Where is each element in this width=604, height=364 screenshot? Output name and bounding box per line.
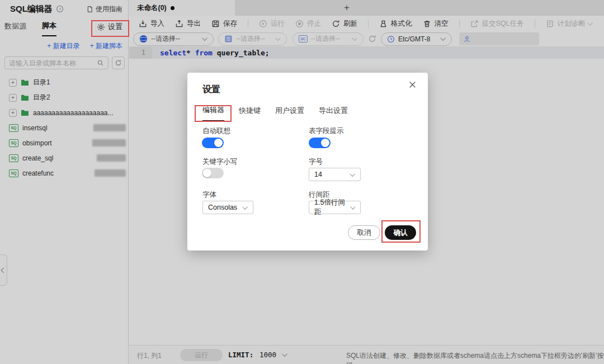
chevron-down-icon [350,204,355,209]
chevron-down-icon [242,204,248,210]
settings-modal: 设置 编辑器 快捷键 用户设置 导出设置 自动联想 表字段提示 关键字小写 字号… [187,73,428,250]
confirm-button[interactable]: 确认 [385,225,416,240]
font-size-label: 字号 [309,157,323,167]
close-icon[interactable] [408,81,417,89]
auto-suggest-toggle[interactable] [202,138,224,148]
font-size-select[interactable]: 14 [309,168,361,181]
toggle-knob [321,139,329,147]
sql-editor-app: SQL编辑器 ? 使用指南 数据源 脚本 设置 [0,0,604,364]
line-height-value: 1.5倍行间距 [314,198,348,217]
font-select[interactable]: Consolas [202,201,253,214]
toggle-knob [203,169,211,177]
modal-tab-shortcuts[interactable]: 快捷键 [239,105,261,121]
modal-tab-export-settings[interactable]: 导出设置 [319,105,348,121]
modal-tab-editor[interactable]: 编辑器 [202,105,224,121]
modal-title: 设置 [202,84,220,96]
cancel-button[interactable]: 取消 [348,225,380,240]
table-hint-label: 表字段提示 [309,126,344,136]
chevron-down-icon [350,171,355,177]
modal-tab-user-settings[interactable]: 用户设置 [275,105,304,121]
line-height-select[interactable]: 1.5倍行间距 [309,201,361,214]
font-value: Consolas [208,204,237,211]
keyword-lowercase-label: 关键字小写 [202,157,238,167]
table-hint-toggle[interactable] [309,138,331,148]
modal-tabs: 编辑器 快捷键 用户设置 导出设置 [202,105,348,121]
keyword-lowercase-toggle[interactable] [202,168,224,178]
toggle-knob [214,139,223,147]
auto-suggest-label: 自动联想 [202,126,230,136]
font-size-value: 14 [314,171,322,178]
font-label: 字体 [202,190,216,200]
